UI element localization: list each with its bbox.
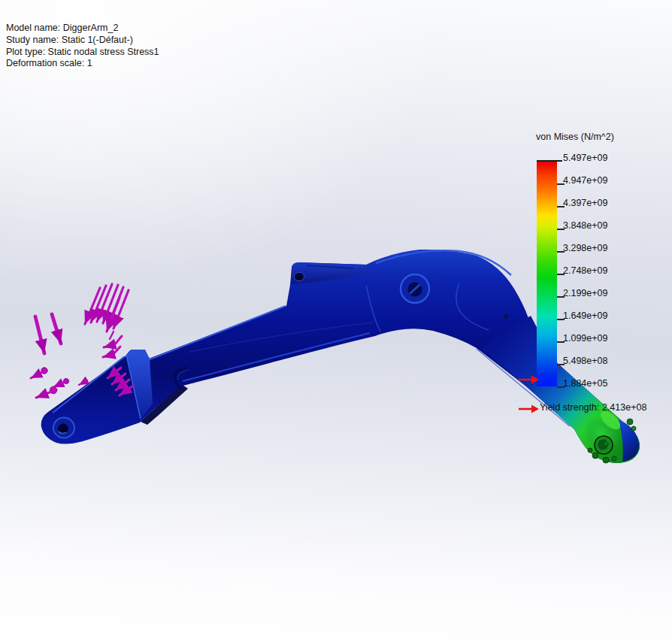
model-3d-scene[interactable] — [0, 0, 672, 642]
bracket-hole — [294, 272, 304, 281]
study-name-line: Study name: Static 1(-Défaut-) — [6, 35, 159, 47]
solidworks-graphics-area: Model name: DiggerArm_2 Study name: Stat… — [0, 0, 672, 642]
plot-info-block: Model name: DiggerArm_2 Study name: Stat… — [6, 23, 159, 70]
hub-speck — [604, 442, 607, 445]
load-arrows — [31, 284, 133, 398]
deformation-scale-line: Deformation scale: 1 — [6, 58, 159, 70]
model-name-line: Model name: DiggerArm_2 — [6, 23, 159, 35]
plot-type-line: Plot type: Static nodal stress Stress1 — [6, 47, 159, 59]
